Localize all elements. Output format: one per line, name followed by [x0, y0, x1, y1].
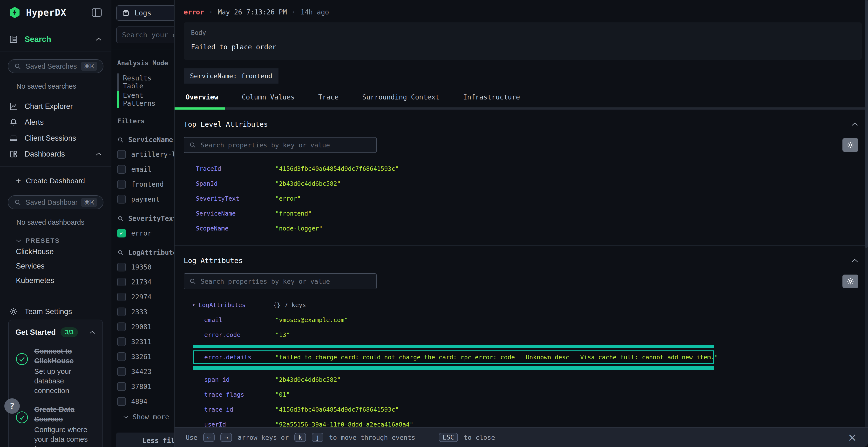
attribute-value[interactable]: "node-logger" [275, 225, 322, 232]
filter-option[interactable]: artillery-loa [117, 150, 174, 159]
presets-toggle[interactable]: PRESETS [16, 237, 111, 244]
chevron-up-icon[interactable] [89, 331, 96, 334]
checkbox[interactable] [117, 352, 126, 361]
sidebar-item-search[interactable]: Search [0, 31, 111, 47]
checkbox[interactable] [117, 293, 126, 301]
service-name-tag[interactable]: ServiceName: frontend [184, 68, 278, 83]
attribute-value[interactable]: "4156d3fbc40a64854d9dc7f68641593c" [275, 165, 399, 172]
saved-dashboards-input[interactable]: ⌘K [8, 195, 103, 209]
attribute-value[interactable]: "92a55156-39a4-11f0-8ddd-a2eca416a8a4" [275, 421, 413, 428]
attribute-row[interactable]: error.code "13" [204, 329, 858, 340]
filter-option[interactable]: 21734 [117, 278, 174, 286]
checkbox[interactable] [117, 397, 126, 406]
filter-option[interactable]: 34423 [117, 367, 174, 376]
filter-option[interactable]: 33261 [117, 352, 174, 361]
filter-option[interactable]: 37801 [117, 382, 174, 391]
get-started-item[interactable]: Connect to ClickHouse Set up your databa… [16, 346, 96, 396]
checkbox[interactable] [117, 367, 126, 376]
saved-searches-field[interactable] [26, 62, 77, 70]
attribute-row[interactable]: SeverityText "error" [196, 193, 858, 204]
filter-option[interactable]: email [117, 165, 174, 174]
attribute-row[interactable]: TraceId "4156d3fbc40a64854d9dc7f68641593… [196, 163, 858, 174]
checkbox[interactable] [117, 165, 126, 174]
attribute-value[interactable]: "frontend" [275, 210, 312, 217]
sidebar-item-alerts[interactable]: Alerts [0, 114, 111, 130]
analysis-mode-option[interactable]: Results Table [112, 73, 174, 91]
tab[interactable]: Overview [186, 93, 218, 107]
checkbox[interactable] [117, 322, 126, 331]
checkbox[interactable] [117, 382, 126, 391]
attribute-row[interactable]: span_id "2b43d0c4dd6bc582" [204, 374, 858, 385]
tab[interactable]: Trace [318, 93, 339, 107]
filter-option[interactable]: 4894 [117, 397, 174, 406]
checkbox[interactable] [117, 180, 126, 188]
filter-option[interactable]: 22974 [117, 293, 174, 301]
attribute-key[interactable]: SeverityText [196, 195, 275, 202]
attribute-key[interactable]: error.code [204, 332, 275, 338]
logattributes-tree-root[interactable]: ▾ LogAttributes {} 7 keys [192, 299, 858, 310]
tab[interactable]: Column Values [242, 93, 294, 107]
settings-gear-button[interactable] [842, 275, 858, 288]
property-search-input[interactable] [184, 137, 377, 153]
attribute-row[interactable]: error.details "failed to charge card: co… [193, 345, 714, 370]
show-more-button[interactable]: Show more [123, 413, 174, 421]
attribute-value[interactable]: "vmoses@example.com" [275, 316, 348, 323]
analysis-mode-option[interactable]: Event Patterns [112, 91, 174, 108]
attribute-row[interactable]: ServiceName "frontend" [196, 208, 858, 219]
get-started-item[interactable]: Create Data Sources Configure where your… [16, 405, 96, 447]
scrollbar-thumb[interactable] [865, 0, 868, 248]
attribute-value[interactable]: "01" [275, 391, 290, 398]
search-icon[interactable] [117, 137, 124, 143]
settings-gear-button[interactable] [842, 138, 858, 152]
attribute-value[interactable]: "2b43d0c4dd6bc582" [275, 376, 341, 383]
attribute-key[interactable]: userId [204, 421, 275, 428]
attribute-key[interactable]: TraceId [196, 165, 275, 172]
attribute-key[interactable]: error.details [204, 354, 275, 361]
caret-down-icon[interactable]: ▾ [192, 302, 198, 308]
filter-option[interactable]: error [117, 229, 174, 238]
attribute-key[interactable]: trace_id [204, 406, 275, 413]
attribute-key[interactable]: SpanId [196, 180, 275, 187]
chevron-up-icon[interactable] [851, 122, 858, 127]
preset-dashboard-link[interactable]: Services [0, 259, 111, 273]
attribute-row[interactable]: trace_flags "01" [204, 389, 858, 400]
attribute-row[interactable]: email "vmoses@example.com" [204, 314, 858, 325]
chevron-up-icon[interactable] [95, 152, 102, 156]
filter-option[interactable]: 19350 [117, 263, 174, 271]
preset-dashboard-link[interactable]: ClickHouse [0, 244, 111, 259]
filter-option[interactable]: 29081 [117, 322, 174, 331]
filter-option[interactable]: payment [117, 195, 174, 204]
checkbox[interactable] [117, 150, 126, 159]
checkbox[interactable] [117, 278, 126, 286]
tab[interactable]: Infrastructure [463, 93, 520, 107]
attribute-value[interactable]: "13" [275, 332, 290, 338]
close-icon[interactable]: × [847, 432, 857, 443]
sidebar-item-team-settings[interactable]: Team Settings [0, 304, 111, 319]
sidebar-collapse-icon[interactable] [91, 8, 102, 17]
filter-option[interactable]: 2333 [117, 308, 174, 316]
checkbox[interactable] [117, 337, 126, 346]
sidebar-item-client-sessions[interactable]: Client Sessions [0, 130, 111, 146]
attribute-key[interactable]: ServiceName [196, 210, 275, 217]
scrollbar[interactable] [865, 0, 868, 427]
tab[interactable]: Surrounding Context [362, 93, 439, 107]
search-icon[interactable] [117, 215, 124, 222]
checkbox[interactable] [117, 229, 126, 238]
checkbox[interactable] [117, 263, 126, 271]
checkbox[interactable] [117, 308, 126, 316]
property-search-input[interactable] [184, 273, 377, 289]
chevron-up-icon[interactable] [95, 37, 102, 41]
help-button[interactable]: ? [4, 398, 20, 414]
attribute-row[interactable]: SpanId "2b43d0c4dd6bc582" [196, 178, 858, 189]
filter-option[interactable]: 32311 [117, 337, 174, 346]
sidebar-item-chart-explorer[interactable]: Chart Explorer [0, 99, 111, 114]
filter-option[interactable]: frontend [117, 180, 174, 188]
create-dashboard-button[interactable]: + Create Dashboard [0, 174, 111, 188]
search-icon[interactable] [117, 249, 124, 256]
sidebar-item-dashboards[interactable]: Dashboards [0, 146, 111, 162]
attribute-value[interactable]: "2b43d0c4dd6bc582" [275, 180, 341, 187]
attribute-key[interactable]: email [204, 316, 275, 323]
checkbox[interactable] [117, 195, 126, 204]
attribute-row[interactable]: ScopeName "node-logger" [196, 223, 858, 234]
attribute-key[interactable]: span_id [204, 376, 275, 383]
